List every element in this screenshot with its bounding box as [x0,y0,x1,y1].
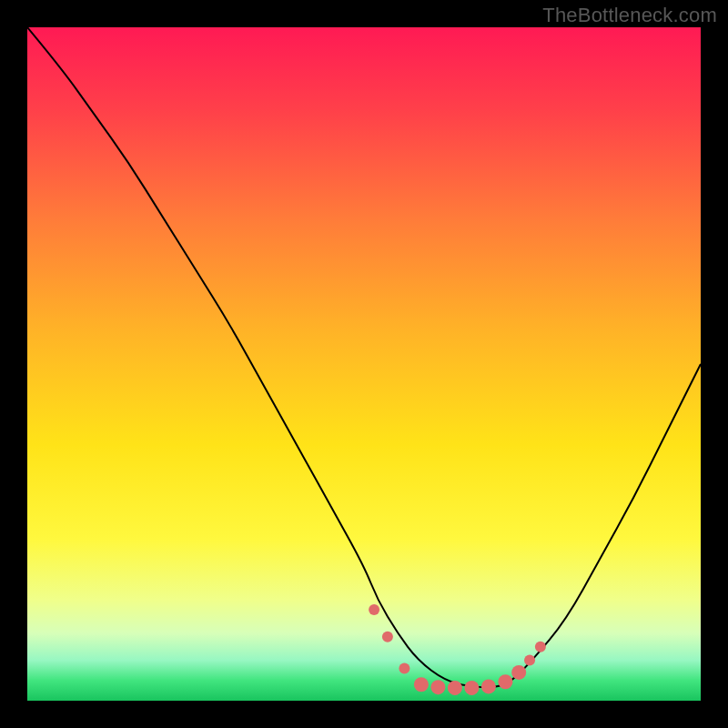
marker-point [382,632,393,642]
bottleneck-chart [27,27,701,701]
marker-point [399,662,410,673]
watermark-text: TheBottleneck.com [542,4,717,27]
marker-point [369,604,379,615]
marker-point [535,642,546,652]
chart-frame: TheBottleneck.com [0,0,728,728]
marker-point [464,681,479,695]
marker-point [481,679,496,693]
marker-point [498,674,512,689]
marker-point [511,665,526,680]
marker-point [414,677,429,692]
marker-point [448,681,462,695]
chart-background [27,27,701,701]
marker-point [430,680,445,694]
marker-point [524,655,535,666]
